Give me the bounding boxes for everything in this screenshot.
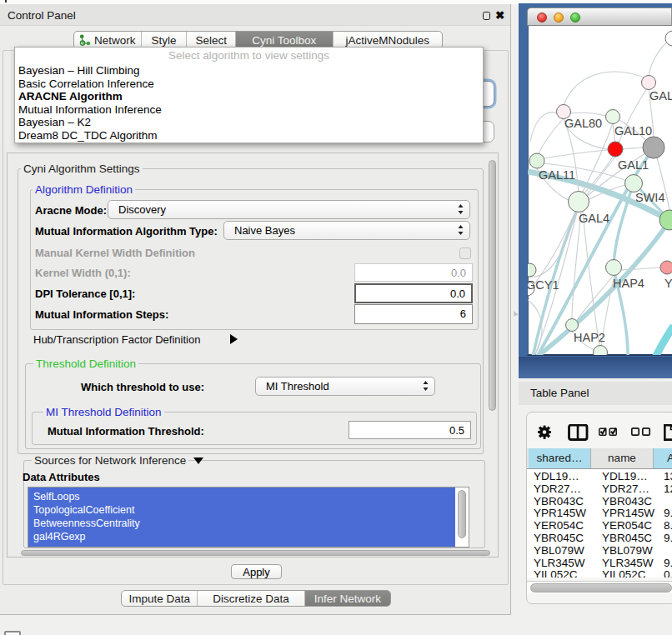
svg-text:GAL80: GAL80 <box>564 117 602 130</box>
svg-text:Y: Y <box>664 277 672 290</box>
svg-text:HAP2: HAP2 <box>574 331 605 344</box>
svg-text:GAL4: GAL4 <box>579 212 609 225</box>
svg-text:GAL1: GAL1 <box>618 158 649 172</box>
svg-text:GAL10: GAL10 <box>614 124 652 138</box>
svg-text:GCY1: GCY1 <box>528 278 559 292</box>
svg-text:HAP4: HAP4 <box>613 277 644 290</box>
svg-text:GAL11: GAL11 <box>539 168 575 182</box>
svg-text:SWI4: SWI4 <box>635 191 664 204</box>
svg-text:GAL7: GAL7 <box>649 89 672 102</box>
